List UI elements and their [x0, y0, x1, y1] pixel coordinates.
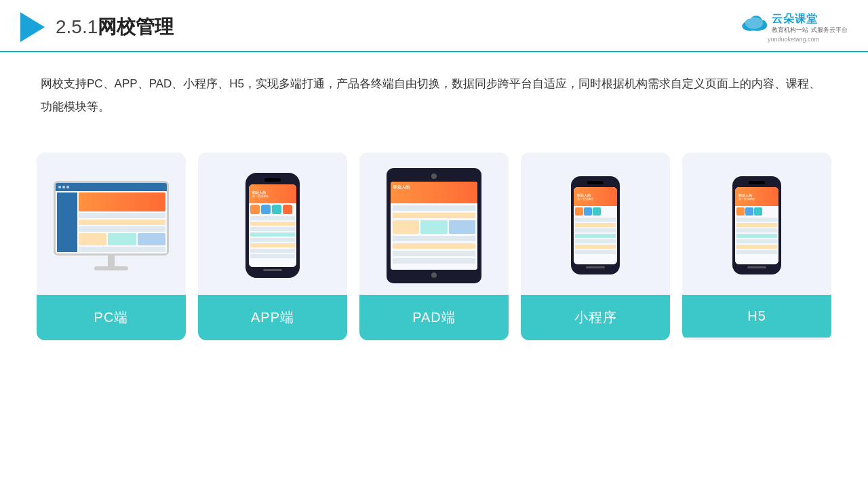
phone-screen-app: 职达人的 第一堂钱课程	[249, 184, 296, 267]
tablet-screen-top: 职达人的	[391, 182, 477, 203]
phone-miniprogram: 职达人的 第一堂钱课程	[571, 176, 620, 274]
card-h5-image: 职达人的 第一堂钱课程	[682, 152, 831, 295]
phone-app: 职达人的 第一堂钱课程	[245, 173, 300, 278]
logo-cloud: 云朵课堂 教育机构一站 式服务云平台	[739, 12, 848, 35]
phone-home-bar-mini	[586, 266, 605, 268]
logo-text-group: 云朵课堂 教育机构一站 式服务云平台	[772, 12, 848, 35]
tablet-outer: 职达人的	[387, 168, 481, 283]
tablet-home-bottom	[431, 272, 437, 278]
card-pad-image: 职达人的	[359, 152, 509, 295]
phone-screen-top-h5: 职达人的 第一堂钱课程	[735, 187, 778, 206]
description: 网校支持PC、APP、PAD、小程序、H5，实现多端打通，产品各终端自由切换，数…	[0, 52, 868, 125]
phone-home-bar-h5	[747, 266, 766, 268]
logo-name: 云朵课堂	[772, 12, 848, 26]
title-text: 网校管理	[98, 16, 174, 37]
phone-outer-app: 职达人的 第一堂钱课程	[245, 173, 300, 278]
card-app-label: APP端	[198, 295, 347, 340]
card-pad-label: PAD端	[359, 295, 509, 340]
card-pc-label: PC端	[37, 295, 186, 340]
header: 2.5.1网校管理 云朵课堂 教育机构一站 式服务云平台 yu	[0, 0, 868, 52]
logo-tagline-line2: 式服务云平台	[811, 26, 848, 35]
card-pc-image	[37, 152, 186, 295]
play-icon	[20, 12, 45, 42]
phone-screen-top-mini: 职达人的 第一堂钱课程	[574, 187, 617, 206]
card-pad: 职达人的	[359, 152, 509, 340]
card-app-image: 职达人的 第一堂钱课程	[198, 152, 347, 295]
card-app: 职达人的 第一堂钱课程	[198, 152, 347, 340]
phone-screen-body	[249, 203, 296, 267]
card-h5-label: H5	[682, 295, 831, 338]
phone-screen-body-h5	[735, 206, 778, 264]
card-miniprogram: 职达人的 第一堂钱课程	[521, 152, 670, 340]
cloud-icon	[739, 13, 769, 33]
phone-notch	[264, 178, 281, 182]
description-text: 网校支持PC、APP、PAD、小程序、H5，实现多端打通，产品各终端自由切换，数…	[41, 73, 827, 119]
header-left: 2.5.1网校管理	[20, 12, 174, 42]
phone-screen-body-mini	[574, 206, 617, 264]
card-miniprogram-label: 小程序	[521, 295, 670, 340]
card-miniprogram-image: 职达人的 第一堂钱课程	[521, 152, 670, 295]
phone-outer-h5: 职达人的 第一堂钱课程	[732, 176, 781, 274]
logo-area: 云朵课堂 教育机构一站 式服务云平台 yunduoketang.com	[739, 12, 848, 43]
phone-notch-mini	[587, 181, 604, 184]
phone-screen-mini: 职达人的 第一堂钱课程	[574, 187, 617, 264]
section-number: 2.5.1	[56, 16, 98, 37]
phone-h5: 职达人的 第一堂钱课程	[732, 176, 781, 274]
logo-tagline-line1: 教育机构一站	[772, 26, 808, 35]
svg-point-5	[745, 18, 763, 30]
tablet-screen-body	[391, 203, 477, 270]
phone-notch-h5	[749, 181, 765, 184]
pc-monitor	[54, 181, 169, 270]
tablet-screen: 职达人的	[391, 182, 477, 270]
phone-screen-h5: 职达人的 第一堂钱课程	[735, 187, 778, 264]
page-title: 2.5.1网校管理	[56, 14, 174, 40]
tablet-home-top	[431, 174, 437, 179]
monitor-outer	[54, 181, 169, 256]
tablet-device: 职达人的	[387, 168, 481, 283]
phone-screen-top: 职达人的 第一堂钱课程	[249, 184, 296, 203]
cards-section: PC端 职达人的 第一堂钱课程	[0, 132, 868, 361]
monitor-screen	[56, 183, 167, 253]
phone-outer-mini: 职达人的 第一堂钱课程	[571, 176, 620, 274]
card-pc: PC端	[37, 152, 186, 340]
phone-home-bar	[263, 269, 282, 271]
card-h5: 职达人的 第一堂钱课程	[682, 152, 831, 340]
logo-url: yunduoketang.com	[768, 36, 819, 43]
